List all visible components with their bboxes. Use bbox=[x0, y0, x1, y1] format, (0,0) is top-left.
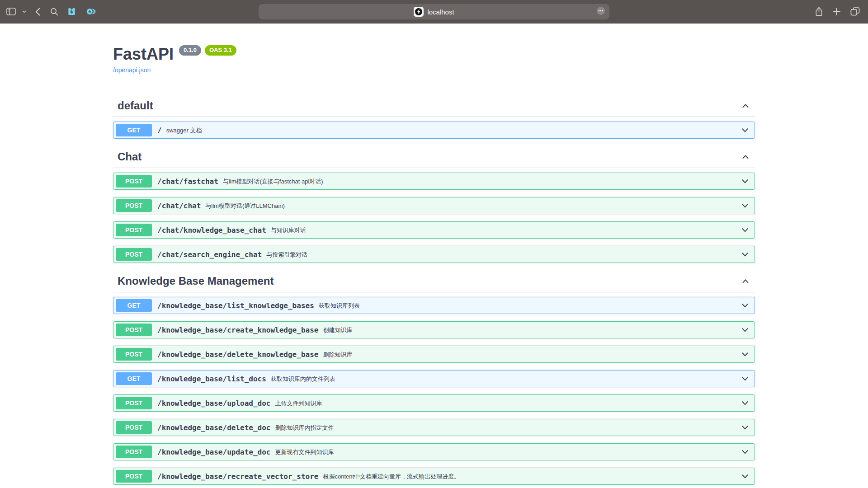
address-url: localhost bbox=[427, 8, 454, 16]
api-section: Chat POST /chat/fastchat 与llm模型对话(直接与fas… bbox=[113, 146, 755, 263]
operation-summary: 获取知识库内的文件列表 bbox=[271, 374, 740, 383]
operation-summary: 根据content中文档重建向量库，流式输出处理进度。 bbox=[323, 472, 740, 481]
operation-summary: 创建知识库 bbox=[323, 325, 740, 334]
chevron-down-icon[interactable] bbox=[740, 471, 750, 481]
operation-summary: swagger 文档 bbox=[166, 126, 740, 135]
chevron-down-icon[interactable] bbox=[740, 176, 750, 186]
chevron-up-icon[interactable] bbox=[741, 276, 750, 286]
browser-toolbar: localhost bbox=[0, 0, 868, 23]
method-badge: POST bbox=[116, 348, 152, 361]
operation-path: /knowledge_base/list_knowledge_bases bbox=[157, 301, 314, 310]
operation-path: /knowledge_base/delete_knowledge_base bbox=[157, 350, 318, 359]
operation-path: /knowledge_base/list_docs bbox=[157, 375, 266, 383]
chevron-down-icon[interactable] bbox=[740, 125, 750, 135]
operation-path: /knowledge_base/upload_doc bbox=[157, 399, 270, 408]
operation-path: /knowledge_base/recreate_vector_store bbox=[157, 472, 318, 481]
method-badge: POST bbox=[116, 224, 152, 236]
api-title: FastAPI bbox=[113, 44, 174, 64]
method-badge: GET bbox=[116, 124, 152, 136]
operation-summary: 与搜索引擎对话 bbox=[266, 250, 740, 259]
chevron-down-icon[interactable] bbox=[740, 447, 750, 457]
section-operations: GET /knowledge_base/list_knowledge_bases… bbox=[113, 292, 755, 485]
page-title: FastAPI 0.1.0 OAS 3.1 bbox=[113, 44, 236, 64]
share-icon[interactable] bbox=[815, 7, 823, 16]
operation-path: /knowledge_base/delete_doc bbox=[157, 423, 270, 432]
chevron-up-icon[interactable] bbox=[741, 101, 750, 111]
method-badge: POST bbox=[116, 397, 152, 409]
chevron-down-icon[interactable] bbox=[740, 225, 750, 235]
operation-row[interactable]: GET /knowledge_base/list_knowledge_bases… bbox=[113, 297, 755, 314]
operation-row[interactable]: POST /chat/chat 与llm模型对话(通过LLMChain) bbox=[113, 197, 755, 214]
section-title: Chat bbox=[118, 150, 741, 163]
operation-row[interactable]: GET /knowledge_base/list_docs 获取知识库内的文件列… bbox=[113, 370, 755, 387]
section-header[interactable]: default bbox=[113, 95, 755, 117]
api-section: Knowledge Base Management GET /knowledge… bbox=[113, 270, 755, 485]
operation-path: /chat/chat bbox=[157, 202, 201, 210]
site-favicon-icon bbox=[414, 7, 424, 17]
operation-path: /knowledge_base/update_doc bbox=[157, 448, 270, 456]
extension-circles-star-icon[interactable] bbox=[86, 7, 96, 16]
operation-summary: 与llm模型对话(直接与fastchat api对话) bbox=[223, 177, 740, 186]
operation-row[interactable]: POST /knowledge_base/delete_doc 删除知识库内指定… bbox=[113, 419, 755, 436]
method-badge: POST bbox=[116, 175, 152, 188]
operation-path: / bbox=[157, 126, 162, 135]
chevron-down-icon[interactable] bbox=[740, 201, 750, 211]
ellipsis-icon[interactable] bbox=[596, 6, 605, 17]
section-header[interactable]: Chat bbox=[113, 146, 755, 168]
operation-summary: 与知识库对话 bbox=[271, 225, 740, 235]
chevron-down-icon[interactable] bbox=[22, 10, 26, 13]
method-badge: POST bbox=[116, 324, 152, 336]
operation-summary: 删除知识库 bbox=[323, 350, 740, 359]
api-section: default GET / swagger 文档 bbox=[113, 95, 755, 139]
method-badge: POST bbox=[116, 421, 152, 434]
chevron-down-icon[interactable] bbox=[740, 300, 750, 310]
chevron-down-icon[interactable] bbox=[740, 422, 750, 432]
oas-badge: OAS 3.1 bbox=[205, 45, 236, 56]
search-icon[interactable] bbox=[50, 8, 58, 16]
swagger-page: FastAPI 0.1.0 OAS 3.1 /openapi.json defa… bbox=[0, 23, 868, 488]
operation-row[interactable]: GET / swagger 文档 bbox=[113, 122, 755, 139]
operation-row[interactable]: POST /chat/knowledge_base_chat 与知识库对话 bbox=[113, 221, 755, 239]
chevron-down-icon[interactable] bbox=[740, 398, 750, 408]
chevron-down-icon[interactable] bbox=[740, 249, 750, 259]
operation-summary: 获取知识库列表 bbox=[319, 301, 740, 310]
method-badge: GET bbox=[116, 299, 152, 312]
new-tab-icon[interactable] bbox=[833, 8, 840, 15]
back-icon[interactable] bbox=[35, 8, 40, 16]
operation-path: /chat/knowledge_base_chat bbox=[157, 226, 266, 235]
method-badge: POST bbox=[116, 470, 152, 483]
section-title: Knowledge Base Management bbox=[118, 275, 741, 287]
operation-row[interactable]: POST /knowledge_base/delete_knowledge_ba… bbox=[113, 346, 755, 363]
chevron-up-icon[interactable] bbox=[741, 152, 750, 162]
method-badge: POST bbox=[116, 199, 152, 212]
tab-overview-icon[interactable] bbox=[850, 7, 860, 16]
sidebar-toggle-icon[interactable] bbox=[6, 8, 16, 15]
address-bar[interactable]: localhost bbox=[259, 4, 609, 19]
version-badge: 0.1.0 bbox=[179, 45, 201, 56]
operation-row[interactable]: POST /chat/search_engine_chat 与搜索引擎对话 bbox=[113, 246, 755, 263]
operation-row[interactable]: POST /knowledge_base/upload_doc 上传文件到知识库 bbox=[113, 394, 755, 412]
method-badge: GET bbox=[116, 372, 152, 385]
extension-downloader-icon[interactable] bbox=[67, 7, 76, 16]
section-operations: GET / swagger 文档 bbox=[113, 117, 755, 139]
operation-row[interactable]: POST /knowledge_base/recreate_vector_sto… bbox=[113, 468, 755, 485]
operation-summary: 删除知识库内指定文件 bbox=[275, 423, 740, 432]
operation-row[interactable]: POST /chat/fastchat 与llm模型对话(直接与fastchat… bbox=[113, 173, 755, 190]
operation-path: /chat/fastchat bbox=[157, 177, 218, 186]
chevron-down-icon[interactable] bbox=[740, 325, 750, 335]
method-badge: POST bbox=[116, 446, 152, 458]
operation-path: /knowledge_base/create_knowledge_base bbox=[157, 326, 318, 334]
section-header[interactable]: Knowledge Base Management bbox=[113, 270, 755, 292]
chevron-down-icon[interactable] bbox=[740, 349, 750, 359]
method-badge: POST bbox=[116, 248, 152, 261]
operation-path: /chat/search_engine_chat bbox=[157, 250, 262, 259]
section-operations: POST /chat/fastchat 与llm模型对话(直接与fastchat… bbox=[113, 168, 755, 263]
openapi-spec-link[interactable]: /openapi.json bbox=[113, 66, 151, 74]
api-sections: default GET / swagger 文档 Chat POST /chat… bbox=[113, 95, 755, 485]
operation-row[interactable]: POST /knowledge_base/create_knowledge_ba… bbox=[113, 321, 755, 338]
section-title: default bbox=[118, 99, 741, 112]
operation-summary: 更新现有文件到知识库 bbox=[275, 447, 740, 456]
api-info: FastAPI 0.1.0 OAS 3.1 /openapi.json bbox=[113, 44, 755, 74]
chevron-down-icon[interactable] bbox=[740, 374, 750, 384]
operation-row[interactable]: POST /knowledge_base/update_doc 更新现有文件到知… bbox=[113, 443, 755, 460]
